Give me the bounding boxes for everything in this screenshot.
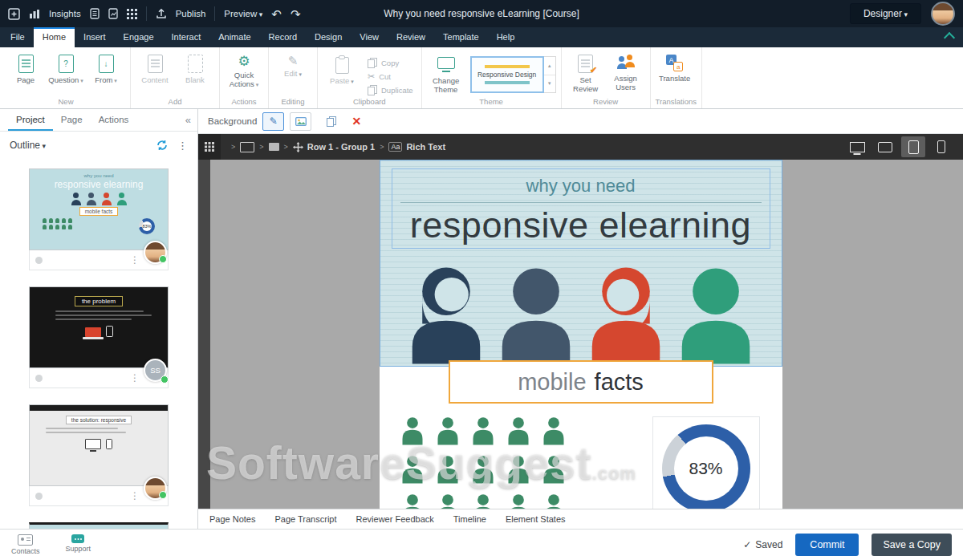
- breadcrumb-page-item[interactable]: [240, 142, 254, 152]
- page-thumbnail-1[interactable]: why you need responsive elearning mobile…: [29, 168, 169, 270]
- tab-file[interactable]: File: [2, 27, 34, 47]
- tab-home[interactable]: Home: [34, 27, 75, 47]
- remove-background-icon[interactable]: ✕: [351, 116, 361, 127]
- page-button[interactable]: Page: [6, 51, 45, 85]
- tab-timeline[interactable]: Timeline: [453, 514, 486, 524]
- person-icon: [471, 416, 495, 445]
- page-frame-icon: [240, 142, 254, 152]
- tab-template[interactable]: Template: [434, 27, 488, 47]
- publish-label[interactable]: Publish: [176, 9, 206, 18]
- device-phone-button[interactable]: [929, 136, 953, 157]
- move-icon: [293, 142, 303, 152]
- user-avatar[interactable]: [931, 2, 955, 26]
- tab-element-states[interactable]: Element States: [506, 514, 566, 524]
- support-button[interactable]: Support: [66, 534, 91, 555]
- device-desktop-button[interactable]: [845, 136, 869, 157]
- change-theme-button[interactable]: Change Theme: [427, 51, 465, 95]
- cut-button[interactable]: ✂ Cut: [368, 72, 413, 81]
- tab-engage[interactable]: Engage: [115, 27, 163, 47]
- tab-help[interactable]: Help: [488, 27, 524, 47]
- set-review-button[interactable]: ✔ Set Review: [567, 51, 605, 94]
- insights-chart-icon[interactable]: [29, 9, 40, 19]
- outline-dropdown[interactable]: Outline: [10, 140, 46, 151]
- edit-background-button[interactable]: ✎: [262, 112, 284, 131]
- app-grid-icon[interactable]: [127, 9, 137, 19]
- tab-page-notes[interactable]: Page Notes: [209, 514, 255, 524]
- assignee-avatar: [144, 241, 167, 264]
- mobile-facts-heading[interactable]: mobile facts: [449, 360, 713, 404]
- device-tablet-landscape-button[interactable]: [873, 136, 897, 157]
- thumbnail-audience-dots: [43, 218, 73, 229]
- translate-button[interactable]: Translate: [656, 51, 694, 83]
- tab-reviewer-feedback[interactable]: Reviewer Feedback: [356, 514, 434, 524]
- tab-review[interactable]: Review: [388, 27, 434, 47]
- ribbon-group-clipboard: Paste Copy ✂ Cut Duplicate: [318, 47, 422, 108]
- from-button[interactable]: ↓ From: [87, 51, 125, 85]
- undo-icon[interactable]: ↶: [271, 8, 282, 20]
- theme-gallery[interactable]: Responsive Design ▲ ▼: [470, 56, 556, 93]
- contacts-button[interactable]: Contacts: [11, 534, 40, 555]
- page-thumbnail-3[interactable]: the solution: responsive ⋮: [29, 404, 169, 506]
- tab-view[interactable]: View: [351, 27, 388, 47]
- paste-button[interactable]: Paste: [323, 51, 361, 86]
- laptop-icon: [85, 327, 101, 337]
- redo-icon[interactable]: ↷: [291, 8, 301, 20]
- layout-grid-icon[interactable]: [198, 134, 221, 160]
- blank-button[interactable]: Blank: [176, 51, 214, 85]
- report-doc-icon[interactable]: [90, 8, 100, 19]
- refresh-icon[interactable]: [156, 140, 168, 151]
- tab-page-transcript[interactable]: Page Transcript: [274, 514, 336, 524]
- outline-menu-icon[interactable]: ⋮: [177, 140, 188, 151]
- device-tablet-portrait-button[interactable]: [901, 136, 925, 157]
- tab-design[interactable]: Design: [306, 27, 351, 47]
- person-icon: [400, 416, 425, 445]
- quick-actions-button[interactable]: ⚙ Quick Actions: [225, 51, 263, 89]
- copy-button[interactable]: Copy: [368, 58, 413, 68]
- publish-icon[interactable]: [156, 8, 167, 19]
- page-thumbnail-4[interactable]: [29, 522, 169, 529]
- tab-animate[interactable]: Animate: [209, 27, 259, 47]
- topbar: Insights Publish Preview ↶ ↷ Why you nee…: [0, 0, 963, 27]
- breadcrumb-rich-text-item[interactable]: Aa Rich Text: [388, 142, 445, 152]
- translate-icon: [666, 55, 683, 71]
- sidebar-tab-page[interactable]: Page: [53, 109, 91, 131]
- assign-users-button[interactable]: Assign Users: [607, 51, 645, 92]
- designer-role-button[interactable]: Designer: [850, 3, 921, 24]
- breadcrumb-row-group-item[interactable]: Row 1 - Group 1: [293, 142, 375, 152]
- theme-scroll-down-icon[interactable]: ▼: [544, 75, 555, 93]
- commit-button[interactable]: Commit: [795, 534, 859, 556]
- tab-record[interactable]: Record: [260, 27, 306, 47]
- duplicate-background-icon[interactable]: [327, 116, 336, 127]
- slide-title-text[interactable]: responsive elearning: [392, 205, 770, 246]
- preview-button[interactable]: Preview: [224, 9, 262, 18]
- slide[interactable]: why you need responsive elearning: [380, 160, 782, 509]
- donut-chart-container[interactable]: 83%: [652, 416, 760, 509]
- collapse-ribbon-icon[interactable]: [944, 31, 955, 43]
- slide-title-block[interactable]: why you need responsive elearning: [392, 168, 770, 249]
- sidebar-tab-project[interactable]: Project: [8, 109, 53, 131]
- slide-banner[interactable]: why you need responsive elearning: [380, 160, 782, 367]
- audience-icon-grid[interactable]: [400, 416, 569, 509]
- background-image-button[interactable]: [290, 112, 311, 131]
- theme-scroll-up-icon[interactable]: ▲: [544, 57, 555, 75]
- question-button[interactable]: ? Question: [47, 51, 85, 85]
- content-button[interactable]: Content: [136, 51, 174, 85]
- save-a-copy-button[interactable]: Save a Copy: [872, 534, 952, 556]
- figure-woman-navy: [408, 263, 485, 366]
- slide-kicker-text[interactable]: why you need: [392, 176, 770, 197]
- tab-insert[interactable]: Insert: [75, 27, 115, 47]
- edit-button[interactable]: ✎ Edit: [274, 51, 312, 79]
- pencil-icon: ✎: [288, 55, 299, 67]
- analytics-doc-icon[interactable]: [108, 8, 118, 19]
- sidebar-tab-actions[interactable]: Actions: [91, 109, 137, 131]
- breadcrumb-section-item[interactable]: [269, 143, 279, 151]
- theme-swatch-responsive-design[interactable]: Responsive Design: [470, 56, 544, 93]
- people-illustration[interactable]: [380, 263, 782, 366]
- new-item-icon[interactable]: [8, 8, 20, 20]
- page-thumbnail-2[interactable]: the problem ⋮ SS: [29, 286, 169, 388]
- app-window: Insights Publish Preview ↶ ↷ Why you nee…: [0, 0, 963, 560]
- tab-interact[interactable]: Interact: [163, 27, 210, 47]
- duplicate-button[interactable]: Duplicate: [368, 85, 413, 95]
- insights-label[interactable]: Insights: [49, 9, 81, 18]
- collapse-sidebar-icon[interactable]: «: [185, 114, 191, 126]
